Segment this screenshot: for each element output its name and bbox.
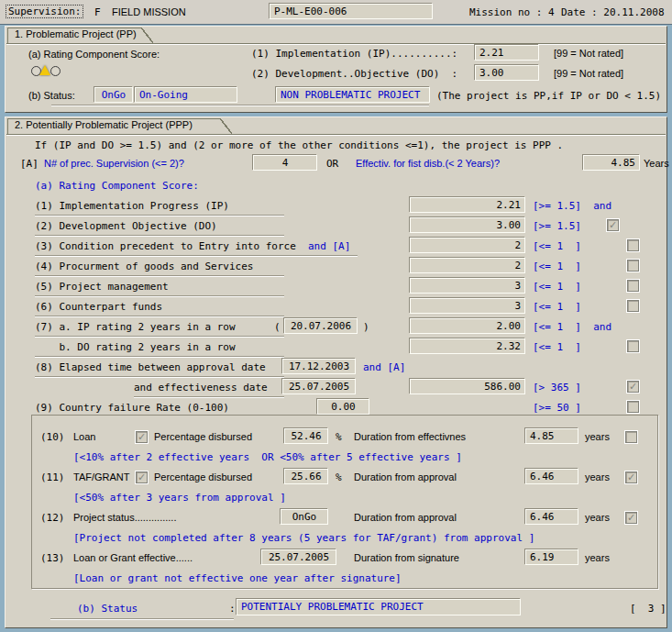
row7a-date-field[interactable]: 20.07.2006 bbox=[284, 318, 358, 334]
ppp-status-label: (b) Status bbox=[77, 603, 138, 615]
row7a-condition: [<= 1 ] and bbox=[533, 321, 611, 333]
row2-condition: [>= 1.5] bbox=[533, 220, 581, 232]
row2-label: (2) Development Objective (DO) bbox=[35, 220, 217, 232]
ip-value-field[interactable]: 2.21 bbox=[475, 45, 539, 61]
row3-checkbox[interactable] bbox=[627, 239, 639, 251]
row3-label-blue: and [A] bbox=[308, 240, 350, 252]
ppp-status-colon: : bbox=[229, 603, 236, 615]
supervision-label[interactable]: Supervision: bbox=[6, 5, 83, 18]
divider bbox=[35, 356, 284, 358]
row8b-label: and effectiveness date bbox=[134, 382, 268, 394]
row11-dur-field[interactable]: 6.46 bbox=[525, 469, 578, 484]
status-text-field[interactable]: On-Going bbox=[135, 87, 237, 103]
status-circle-icon bbox=[50, 66, 61, 76]
form-type-label: F bbox=[94, 6, 101, 18]
supervision-form-window: { "colors": {"blue_text":"#0000cc","pane… bbox=[0, 0, 672, 632]
ppp-status-field[interactable]: POTENTIALY PROBLEMATIC PROJECT bbox=[237, 599, 521, 615]
rating-score-label: (a) Rating Component Score: bbox=[28, 49, 160, 60]
row13-num: (13) bbox=[40, 552, 65, 564]
or-label: OR bbox=[326, 158, 338, 170]
divider bbox=[35, 295, 284, 297]
row2-value-field[interactable]: 3.00 bbox=[410, 217, 525, 233]
row6-checkbox[interactable] bbox=[627, 300, 639, 312]
prev-supervision-question: N# of prec. Supervision (<= 2)? bbox=[44, 158, 184, 169]
row9-value-field[interactable]: 0.00 bbox=[317, 399, 369, 415]
row12-hint: [Project not completed after 8 years (5 … bbox=[73, 532, 534, 544]
row10-loan-checkbox[interactable] bbox=[136, 431, 148, 443]
row4-value-field[interactable]: 2 bbox=[410, 258, 525, 273]
ppp-intro-text: If (IP and DO >= 1.5) and (2 or more of … bbox=[35, 139, 563, 151]
effectiv-years-field[interactable]: 4.85 bbox=[583, 155, 640, 171]
row10-dur-label: Duration from effectivnes bbox=[354, 431, 466, 442]
row1-value-field[interactable]: 2.21 bbox=[410, 197, 525, 213]
section1-tab-slant bbox=[141, 28, 153, 43]
do-not-rated-note: [99 = Not rated] bbox=[554, 68, 623, 79]
row12-status-field[interactable]: OnGo bbox=[281, 509, 328, 525]
row10-hint: [<10% after 2 effective years OR <50% af… bbox=[73, 451, 462, 463]
row11-pct-unit: % bbox=[336, 471, 342, 483]
row5-checkbox[interactable] bbox=[627, 280, 639, 292]
row7b-value-field[interactable]: 2.32 bbox=[410, 338, 525, 354]
row10-checkbox[interactable] bbox=[625, 431, 637, 443]
row7a-value-field[interactable]: 2.00 bbox=[410, 318, 525, 334]
project-code-field[interactable]: P-ML-E00-006 bbox=[270, 4, 433, 19]
prev-supervision-field[interactable]: 4 bbox=[253, 155, 317, 171]
row6-condition: [<= 1 ] bbox=[533, 301, 581, 313]
row10-pct-field[interactable]: 52.46 bbox=[284, 428, 328, 444]
row10-num: (10) bbox=[40, 431, 65, 443]
divider bbox=[35, 336, 284, 338]
row13-dur-label: Duration from signature bbox=[354, 552, 459, 563]
row11-taf-label: TAF/GRANT bbox=[73, 471, 130, 482]
section2-tab-slant bbox=[220, 118, 232, 134]
row5-value-field[interactable]: 3 bbox=[410, 278, 525, 294]
section1-title: 1. Problematic Project (PP) bbox=[15, 28, 137, 39]
row12-dur-label: Duration from approval bbox=[354, 512, 457, 523]
row13-date-field[interactable]: 25.07.2005 bbox=[261, 549, 336, 565]
row10-dur-field[interactable]: 4.85 bbox=[525, 428, 578, 444]
divider bbox=[35, 255, 358, 257]
row2-checkbox[interactable] bbox=[607, 219, 619, 231]
row8b-date-field[interactable]: 25.07.2005 bbox=[282, 379, 356, 394]
do-label: (2) Development..Objective (DO) : bbox=[251, 68, 457, 80]
pp-result-field[interactable]: NON PROBLEMATIC PROJECT bbox=[276, 87, 430, 103]
row9-checkbox[interactable] bbox=[627, 401, 639, 413]
row8b-checkbox[interactable] bbox=[627, 381, 639, 393]
row12-dur-field[interactable]: 6.46 bbox=[525, 509, 578, 525]
row12-checkbox[interactable] bbox=[625, 512, 637, 524]
row8b-condition: [> 365 ] bbox=[533, 382, 581, 394]
row9-label: (9) Country failure Rate (0-100) bbox=[35, 402, 229, 414]
row4-label: (4) Procurment of goods and Services bbox=[35, 261, 253, 272]
section-problematic-project: 1. Problematic Project (PP) (a) Rating C… bbox=[5, 26, 667, 113]
row10-pct-label: Percentage disbursed bbox=[154, 431, 252, 442]
mission-no-label: Mission no : 4 bbox=[469, 6, 555, 18]
row13-effective-label: Loan or Grant effective...... bbox=[73, 552, 193, 563]
row11-checkbox[interactable] bbox=[625, 471, 637, 483]
row4-checkbox[interactable] bbox=[627, 260, 639, 272]
field-mission-label: FIELD MISSION bbox=[112, 6, 186, 17]
row7b-label: b. DO rating 2 years in a row bbox=[35, 341, 236, 353]
row6-value-field[interactable]: 3 bbox=[410, 298, 525, 314]
top-bar: Supervision: F FIELD MISSION P-ML-E00-00… bbox=[0, 0, 672, 25]
divider bbox=[35, 215, 284, 216]
row11-pct-field[interactable]: 25.66 bbox=[284, 469, 328, 484]
do-value-field[interactable]: 3.00 bbox=[475, 65, 539, 81]
row1-label: (1) Implementation Progress (IP) bbox=[35, 200, 229, 212]
section2-title: 2. Potentially Problematic Project (PPP) bbox=[15, 119, 193, 130]
divider bbox=[51, 105, 429, 106]
row3-value-field[interactable]: 2 bbox=[410, 238, 525, 253]
row4-condition: [<= 1 ] bbox=[533, 261, 581, 272]
divider bbox=[134, 396, 284, 398]
row5-condition: [<= 1 ] bbox=[533, 281, 581, 293]
row8b-value-field[interactable]: 586.00 bbox=[410, 379, 525, 394]
row11-dur-unit: years bbox=[585, 471, 610, 482]
row6-label: (6) Counterpart funds bbox=[35, 301, 162, 313]
row13-dur-field[interactable]: 6.19 bbox=[525, 549, 578, 565]
row8a-date-field[interactable]: 17.12.2003 bbox=[282, 359, 356, 374]
row10-dur-unit: years bbox=[585, 431, 610, 442]
row11-taf-checkbox[interactable] bbox=[136, 471, 148, 483]
status-label: (b) Status: bbox=[28, 90, 75, 101]
status-code-field[interactable]: OnGo bbox=[94, 87, 133, 103]
row11-pct-label: Percentage disbursed bbox=[154, 471, 252, 482]
row7b-checkbox[interactable] bbox=[627, 340, 639, 352]
ppp-status-code: [ 3 ] bbox=[630, 603, 666, 615]
